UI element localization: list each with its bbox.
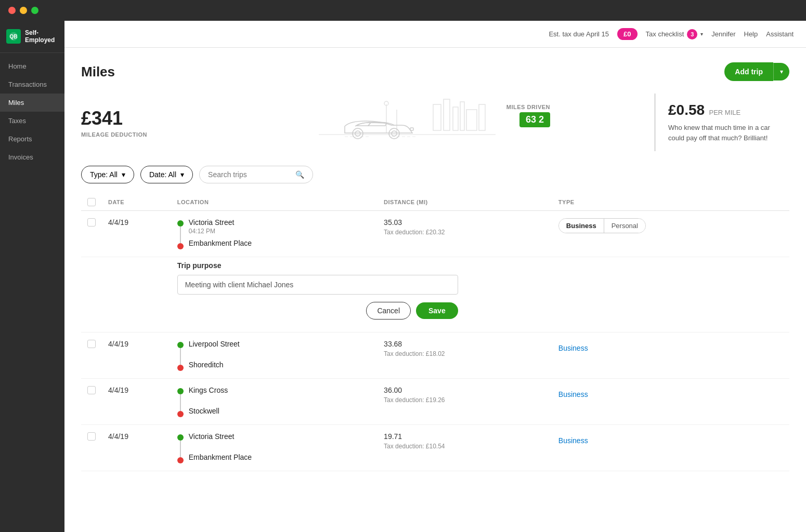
personal-type-btn[interactable]: Personal: [604, 219, 645, 233]
add-trip-button[interactable]: Add trip: [724, 62, 773, 81]
trip-purpose-label: Trip purpose: [177, 261, 783, 270]
distance-header: DISTANCE (mi): [378, 194, 552, 211]
mileage-deduction-card: £341 MILEAGE DEDUCTION: [81, 94, 147, 151]
row-checkbox[interactable]: [87, 432, 96, 441]
tax-deduction: Tax deduction: £20.32: [384, 229, 546, 236]
search-input[interactable]: [208, 170, 291, 179]
select-all-checkbox[interactable]: [87, 198, 96, 206]
distance-cell: 35.03 Tax deduction: £20.32: [378, 211, 552, 257]
date-chevron-icon: ▾: [180, 170, 184, 179]
trip-purpose-input[interactable]: [177, 275, 458, 295]
row-checkbox[interactable]: [87, 386, 96, 394]
sidebar-item-miles[interactable]: Miles: [0, 94, 64, 112]
table-row: 4/4/19 Kings Cross Stockwell: [81, 379, 789, 425]
miles-driven-label: MILES DRIVEN: [506, 104, 550, 110]
type-label[interactable]: Business: [558, 432, 588, 445]
distance-value: 33.68: [384, 340, 546, 348]
trip-purpose-row: Trip purpose Cancel Save: [81, 257, 789, 332]
title-bar: [0, 0, 806, 21]
distance-value: 35.03: [384, 218, 546, 227]
svg-rect-2: [433, 104, 441, 130]
miles-driven-badge: MILES DRIVEN 63 2: [506, 104, 550, 127]
main-content: Est. tax due April 15 £0 Tax checklist 3…: [64, 21, 806, 532]
table-row: 4/4/19 Victoria Street 04:12 PM Embankme…: [81, 211, 789, 257]
search-box[interactable]: 🔍: [199, 166, 313, 183]
add-trip-chevron-button[interactable]: ▾: [773, 63, 789, 81]
sidebar-item-transactions[interactable]: Transactions: [0, 75, 64, 94]
type-filter[interactable]: Type: All ▾: [81, 166, 134, 183]
route-line: [180, 227, 181, 243]
chevron-down-icon: ▾: [700, 31, 703, 37]
table-body: 4/4/19 Victoria Street 04:12 PM Embankme…: [81, 211, 789, 471]
tax-checklist-count: 3: [687, 29, 697, 39]
to-dot: [177, 457, 184, 463]
to-location: Embankment Place: [189, 453, 252, 461]
location-cell: Kings Cross Stockwell: [171, 379, 378, 425]
date-header: DATE: [102, 194, 171, 211]
business-type-btn[interactable]: Business: [559, 219, 604, 233]
save-button[interactable]: Save: [416, 302, 458, 319]
from-dot: [177, 342, 184, 348]
from-time: 04:12 PM: [189, 228, 252, 235]
sidebar-item-reports[interactable]: Reports: [0, 130, 64, 148]
type-label[interactable]: Business: [558, 340, 588, 352]
tax-deduction: Tax deduction: £10.54: [384, 443, 546, 450]
deduction-amount: £341: [81, 108, 147, 129]
svg-point-16: [389, 128, 399, 139]
user-menu[interactable]: Jennifer: [711, 30, 735, 38]
page-content: Miles Add trip ▾ £341 MILEAGE DEDUCTION: [64, 48, 806, 532]
filters-bar: Type: All ▾ Date: All ▾ 🔍: [81, 166, 789, 183]
to-location: Shoreditch: [189, 361, 240, 369]
svg-rect-18: [410, 128, 413, 130]
sidebar-item-home[interactable]: Home: [0, 57, 64, 75]
tax-checklist[interactable]: Tax checklist 3 ▾: [646, 29, 704, 39]
svg-rect-5: [460, 102, 464, 130]
distance-cell: 36.00 Tax deduction: £19.26: [378, 379, 552, 425]
miles-driven-value: 63 2: [519, 112, 550, 127]
rate-amount: £0.58: [668, 102, 705, 118]
to-dot: [177, 411, 184, 417]
help-link[interactable]: Help: [744, 30, 758, 38]
sidebar-nav: Home Transactions Miles Taxes Reports In…: [0, 53, 64, 170]
logo-text: Self-Employed: [25, 29, 58, 44]
search-icon: 🔍: [295, 170, 304, 179]
maximize-dot[interactable]: [31, 7, 38, 14]
sidebar-logo: QB Self-Employed: [0, 21, 64, 53]
type-label[interactable]: Business: [558, 386, 588, 398]
from-location: Victoria Street: [189, 218, 252, 227]
distance-cell: 33.68 Tax deduction: £18.02: [378, 332, 552, 379]
location-cell: Liverpool Street Shoreditch: [171, 332, 378, 379]
sidebar-item-invoices[interactable]: Invoices: [0, 148, 64, 166]
type-cell: Business: [552, 332, 789, 360]
to-dot: [177, 243, 184, 249]
header-actions: Add trip ▾: [724, 62, 789, 81]
row-checkbox[interactable]: [87, 218, 96, 227]
from-location: Liverpool Street: [189, 340, 240, 348]
svg-point-17: [392, 131, 397, 136]
date-cell: 4/4/19: [102, 211, 171, 257]
close-dot[interactable]: [8, 7, 16, 14]
svg-point-14: [353, 128, 363, 139]
cancel-button[interactable]: Cancel: [366, 302, 411, 320]
sidebar-item-taxes[interactable]: Taxes: [0, 112, 64, 130]
row-checkbox[interactable]: [87, 340, 96, 348]
tax-deduction: Tax deduction: £19.26: [384, 396, 546, 404]
date-cell: 4/4/19: [102, 425, 171, 471]
miles-illustration: MILES DRIVEN 63 2: [160, 94, 654, 151]
deduction-label: MILEAGE DEDUCTION: [81, 131, 147, 138]
minimize-dot[interactable]: [20, 7, 27, 14]
per-mile-label: PER MILE: [709, 109, 741, 116]
date-filter[interactable]: Date: All ▾: [140, 166, 193, 183]
svg-rect-3: [444, 99, 450, 130]
from-location: Victoria Street: [189, 432, 252, 441]
date-filter-label: Date: All: [149, 170, 176, 179]
tax-due-label: Est. tax due April 15: [549, 30, 609, 38]
summary-section: £341 MILEAGE DEDUCTION: [81, 94, 789, 151]
assistant-link[interactable]: Assistant: [766, 30, 794, 38]
date-cell: 4/4/19: [102, 379, 171, 425]
route-line: [180, 348, 181, 365]
type-toggle[interactable]: Business Personal: [558, 218, 646, 233]
type-cell: Business: [552, 379, 789, 406]
from-dot: [177, 388, 184, 394]
type-cell: Business Personal: [552, 211, 789, 241]
